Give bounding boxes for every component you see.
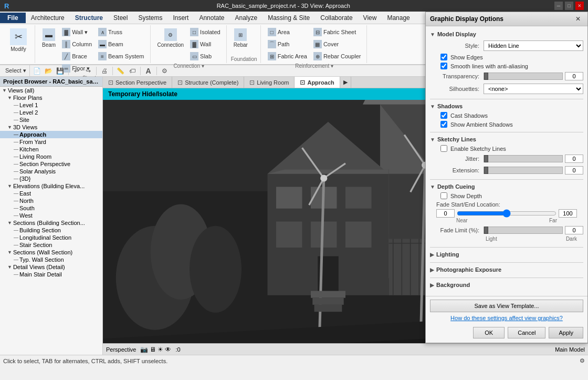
beam-small-button[interactable]: ▬ Beam [96, 38, 146, 50]
analyze-menu[interactable]: Analyze [229, 13, 262, 23]
tree-item-3d-views[interactable]: ▼ 3D Views [0, 124, 102, 131]
fade-range-slider[interactable] [457, 210, 556, 217]
tree-item-level1[interactable]: — Level 1 [0, 101, 102, 109]
truss-button[interactable]: ∧ Truss [96, 26, 146, 38]
tree-item-from-yard[interactable]: — From Yard [0, 138, 102, 146]
show-depth-checkbox[interactable] [440, 192, 447, 199]
style-select[interactable]: Hidden Line Wireframe Shaded Consistent … [484, 40, 583, 51]
measure-button[interactable]: 📏 [116, 66, 126, 76]
select-dropdown[interactable]: Select ▾ [2, 65, 30, 76]
collaborate-menu[interactable]: Collaborate [315, 13, 358, 23]
camera-icon[interactable]: 📷 [140, 346, 148, 353]
column-button[interactable]: ║ Column [59, 38, 94, 50]
tab-living-room[interactable]: ⊡ Living Room [244, 77, 295, 88]
manage-menu[interactable]: Manage [382, 13, 415, 23]
tree-item-main-stair[interactable]: — Main Stair Detail [0, 271, 102, 278]
wall-connection-button[interactable]: ▓ Wall [187, 38, 223, 50]
rebar-coupler-button[interactable]: ⊕ Rebar Coupler [311, 50, 364, 62]
area-button[interactable]: □ Area [265, 26, 310, 38]
save-view-template-button[interactable]: Save as View Template... [430, 300, 583, 312]
fade-limit-value[interactable] [565, 226, 583, 234]
save-button[interactable]: 💾 [55, 66, 66, 76]
fade-near-value[interactable] [436, 209, 455, 218]
fade-far-value[interactable] [559, 209, 577, 218]
undo-button[interactable]: ↩ [71, 66, 82, 76]
tree-item-typ-wall[interactable]: — Typ. Wall Section [0, 256, 102, 263]
display-icon[interactable]: 🖥 [150, 346, 156, 353]
fade-limit-slider[interactable] [484, 227, 563, 234]
visibility-icon[interactable]: 👁 [165, 346, 171, 353]
jitter-value[interactable] [565, 155, 583, 163]
ambient-shadows-checkbox[interactable] [440, 121, 447, 128]
tag-button[interactable]: 🏷 [127, 66, 138, 76]
extension-value[interactable] [565, 166, 583, 174]
tree-item-approach[interactable]: — Approach [0, 131, 102, 138]
file-menu[interactable]: File [0, 13, 26, 23]
show-edges-checkbox[interactable] [440, 54, 447, 60]
transparency-slider[interactable] [484, 73, 563, 80]
tree-item-east[interactable]: — East [0, 190, 102, 197]
isolated-button[interactable]: □ Isolated [187, 26, 223, 38]
tree-item-building-section[interactable]: — Building Section [0, 227, 102, 234]
slab-button[interactable]: ▭ Slab [187, 50, 223, 62]
systems-menu[interactable]: Systems [133, 13, 167, 23]
brace-button[interactable]: ╱ Brace [59, 50, 94, 62]
tab-approach[interactable]: ⊡ Approach [295, 77, 340, 88]
tree-item-living-room[interactable]: — Living Room [0, 153, 102, 160]
redo-button[interactable]: ↪ [83, 66, 93, 76]
tree-item-elevations[interactable]: ▼ Elevations (Building Eleva... [0, 182, 102, 190]
close-button[interactable]: ✕ [575, 2, 584, 10]
steel-menu[interactable]: Steel [108, 13, 133, 23]
cover-button[interactable]: ▦ Cover [311, 38, 364, 50]
gdo-close-button[interactable]: ✕ [573, 15, 583, 23]
tree-item-views-all[interactable]: ▼ Views (all) [0, 87, 102, 94]
text-button[interactable]: A [143, 66, 154, 76]
architecture-menu[interactable]: Architecture [26, 13, 70, 23]
tab-more[interactable]: ▶ [340, 77, 351, 88]
extension-slider[interactable] [484, 167, 563, 174]
rebar-button[interactable]: ⊞ Rebar [231, 26, 250, 50]
open-button[interactable]: 📂 [44, 66, 54, 76]
tab-section-perspective[interactable]: ⊡ Section Perspective [103, 77, 172, 88]
transparency-value[interactable] [565, 72, 583, 80]
depth-cueing-header[interactable]: ▼ Depth Cueing [430, 182, 583, 191]
fabric-sheet-button[interactable]: ⊟ Fabric Sheet [311, 26, 364, 38]
tree-item-building-sections[interactable]: ▼ Sections (Building Section... [0, 219, 102, 227]
enable-sketchy-checkbox[interactable] [440, 145, 447, 152]
modify-button[interactable]: ✂ Modify [5, 26, 32, 54]
lighting-header[interactable]: ▶ Lighting [430, 250, 583, 259]
help-link[interactable]: How do these settings affect view graphi… [450, 315, 563, 321]
tab-structure-complete[interactable]: ⊡ Structure (Complete) [172, 77, 244, 88]
ok-button[interactable]: OK [473, 327, 505, 338]
tree-item-west[interactable]: — West [0, 212, 102, 219]
tree-item-level2[interactable]: — Level 2 [0, 109, 102, 116]
tree-item-site[interactable]: — Site [0, 116, 102, 124]
apply-button[interactable]: Apply [549, 327, 583, 338]
massing-site-menu[interactable]: Massing & Site [262, 13, 315, 23]
tree-item-floor-plans[interactable]: ▼ Floor Plans [0, 94, 102, 101]
tree-item-section-perspective[interactable]: — Section Perspective [0, 160, 102, 168]
tree-item-3d[interactable]: — {3D} [0, 175, 102, 182]
smooth-lines-checkbox[interactable] [440, 63, 447, 69]
tree-item-stair-section[interactable]: — Stair Section [0, 241, 102, 249]
fabric-area-button[interactable]: ⊞ Fabric Area [265, 50, 310, 62]
cancel-button[interactable]: Cancel [508, 327, 545, 338]
tree-item-solar-analysis[interactable]: — Solar Analysis [0, 168, 102, 175]
sketchy-lines-header[interactable]: ▼ Sketchy Lines [430, 135, 583, 144]
sun-icon[interactable]: ☀ [158, 346, 163, 353]
model-display-header[interactable]: ▼ Model Display [430, 29, 583, 39]
shadows-header[interactable]: ▼ Shadows [430, 101, 583, 111]
tree-item-longitudinal-section[interactable]: — Longitudinal Section [0, 234, 102, 241]
insert-menu[interactable]: Insert [167, 13, 194, 23]
annotate-menu[interactable]: Annotate [194, 13, 229, 23]
view-menu[interactable]: View [358, 13, 382, 23]
connection-button[interactable]: ⚙ Connection [155, 26, 187, 50]
project-browser-content[interactable]: ▼ Views (all) ▼ Floor Plans — Level 1 — … [0, 87, 102, 355]
settings-button[interactable]: ⚙ [160, 66, 170, 76]
tree-item-kitchen[interactable]: — Kitchen [0, 146, 102, 153]
new-button[interactable]: 📄 [32, 66, 43, 76]
gdo-title-bar[interactable]: Graphic Display Options ✕ [426, 12, 587, 26]
tree-item-north[interactable]: — North [0, 197, 102, 204]
print-button[interactable]: 🖨 [99, 66, 110, 76]
structure-menu[interactable]: Structure [70, 13, 108, 23]
